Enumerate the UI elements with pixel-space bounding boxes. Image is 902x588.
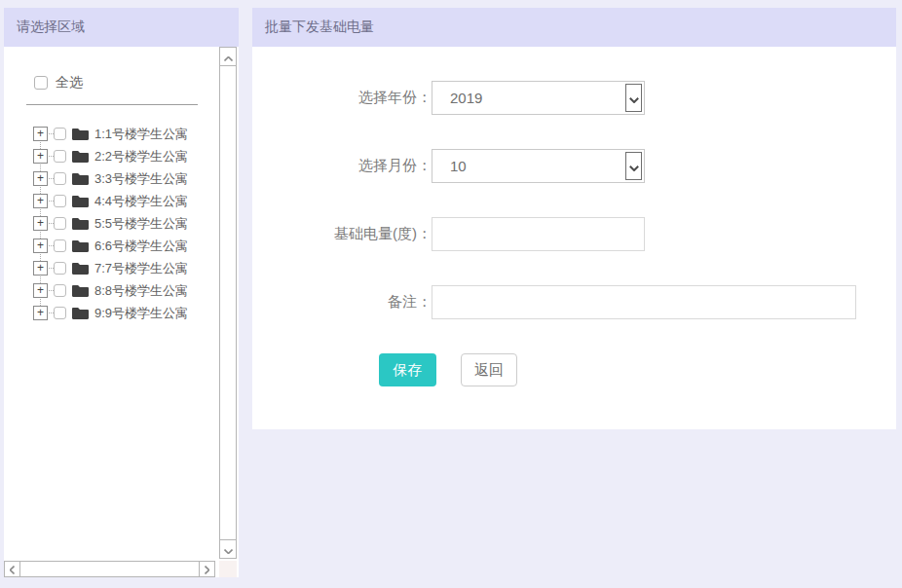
tree-row[interactable]: + 3:3号楼学生公寓 (33, 167, 239, 190)
tree-row[interactable]: + 8:8号楼学生公寓 (33, 279, 239, 302)
month-select[interactable]: 10 (432, 149, 645, 183)
base-power-label: 基础电量(度)： (252, 225, 432, 243)
year-select[interactable]: 2019 (432, 81, 645, 115)
tree-row[interactable]: + 6:6号楼学生公寓 (33, 235, 239, 257)
expand-plus-icon[interactable]: + (33, 216, 48, 231)
horizontal-scroll-track[interactable] (20, 561, 199, 577)
folder-icon (72, 239, 89, 252)
month-row: 选择月份： 10 (252, 149, 896, 183)
chevron-down-icon (629, 158, 639, 175)
tree-item-checkbox[interactable] (54, 262, 66, 275)
tree-separator (26, 104, 198, 105)
tree-item-label[interactable]: 2:2号楼学生公寓 (94, 148, 188, 165)
scrollbar-corner (219, 561, 237, 577)
tree-item-label[interactable]: 6:6号楼学生公寓 (94, 238, 188, 255)
scroll-right-button[interactable] (199, 561, 215, 577)
tree-item-label[interactable]: 1:1号楼学生公寓 (94, 126, 188, 143)
base-power-input[interactable] (432, 217, 645, 251)
tree-item-checkbox[interactable] (54, 172, 66, 185)
tree-item-checkbox[interactable] (54, 217, 66, 230)
tree-item-label[interactable]: 5:5号楼学生公寓 (94, 215, 188, 233)
expand-plus-icon[interactable]: + (33, 127, 48, 141)
scroll-left-button[interactable] (4, 561, 20, 577)
select-all-checkbox[interactable] (34, 76, 48, 90)
tree-row[interactable]: + 4:4号楼学生公寓 (33, 190, 239, 212)
tree-row[interactable]: + 5:5号楼学生公寓 (33, 212, 239, 235)
tree: + 1:1号楼学生公寓 + 2:2号楼学生公寓 (33, 123, 239, 324)
area-panel-title: 请选择区域 (4, 8, 239, 47)
remark-row: 备注： (252, 285, 896, 319)
chevron-left-icon (10, 561, 15, 578)
chevron-up-icon (224, 48, 233, 65)
vertical-scrollbar[interactable] (219, 47, 237, 559)
form-actions: 保存 返回 (379, 353, 896, 386)
tree-item-label[interactable]: 3:3号楼学生公寓 (94, 170, 188, 188)
base-power-row: 基础电量(度)： (252, 217, 896, 251)
expand-plus-icon[interactable]: + (33, 283, 48, 298)
chevron-down-icon (224, 540, 233, 558)
month-select-arrow-button[interactable] (625, 152, 642, 180)
select-all-row[interactable]: 全选 (4, 47, 239, 92)
tree-item-checkbox[interactable] (54, 307, 66, 319)
folder-icon (72, 307, 89, 319)
folder-icon (72, 128, 89, 140)
tree-row[interactable]: + 1:1号楼学生公寓 (33, 123, 239, 145)
area-tree-body: 全选 + 1:1号楼学生公寓 + (4, 47, 239, 577)
folder-icon (72, 172, 89, 185)
year-row: 选择年份： 2019 (252, 81, 896, 115)
save-button[interactable]: 保存 (379, 353, 436, 386)
tree-row[interactable]: + 9:9号楼学生公寓 (33, 302, 239, 324)
month-select-value: 10 (432, 158, 625, 174)
folder-icon (72, 284, 89, 297)
tree-item-checkbox[interactable] (54, 150, 66, 163)
remark-label: 备注： (252, 293, 432, 312)
expand-plus-icon[interactable]: + (33, 261, 48, 276)
expand-plus-icon[interactable]: + (33, 171, 48, 186)
tree-item-label[interactable]: 7:7号楼学生公寓 (94, 260, 188, 277)
scroll-up-button[interactable] (220, 48, 236, 66)
chevron-right-icon (205, 561, 209, 578)
tree-item-label[interactable]: 9:9号楼学生公寓 (94, 305, 188, 322)
tree-item-label[interactable]: 4:4号楼学生公寓 (94, 193, 188, 210)
batch-issue-panel: 批量下发基础电量 选择年份： 2019 选择月份： 10 (252, 8, 896, 429)
area-select-panel: 请选择区域 全选 + 1:1号楼学生公寓 + (4, 8, 239, 577)
year-label: 选择年份： (252, 89, 432, 107)
horizontal-scrollbar[interactable] (4, 561, 215, 577)
folder-icon (72, 217, 89, 230)
tree-row[interactable]: + 2:2号楼学生公寓 (33, 145, 239, 167)
tree-item-checkbox[interactable] (54, 239, 66, 252)
folder-icon (72, 262, 89, 275)
expand-plus-icon[interactable]: + (33, 306, 48, 320)
tree-item-label[interactable]: 8:8号楼学生公寓 (94, 282, 188, 300)
back-button[interactable]: 返回 (461, 353, 517, 386)
year-select-value: 2019 (432, 90, 625, 106)
expand-plus-icon[interactable]: + (33, 194, 48, 208)
folder-icon (72, 150, 89, 163)
tree-item-checkbox[interactable] (54, 284, 66, 297)
year-select-arrow-button[interactable] (625, 84, 642, 112)
chevron-down-icon (629, 90, 639, 107)
tree-item-checkbox[interactable] (54, 128, 66, 140)
folder-icon (72, 195, 89, 207)
remark-input[interactable] (432, 285, 856, 319)
month-label: 选择月份： (252, 157, 432, 175)
scroll-down-button[interactable] (220, 539, 236, 558)
tree-item-checkbox[interactable] (54, 195, 66, 207)
batch-form: 选择年份： 2019 选择月份： 10 (252, 47, 896, 429)
expand-plus-icon[interactable]: + (33, 149, 48, 164)
batch-panel-title: 批量下发基础电量 (252, 8, 896, 47)
tree-row[interactable]: + 7:7号楼学生公寓 (33, 257, 239, 279)
select-all-label: 全选 (56, 74, 83, 92)
expand-plus-icon[interactable]: + (33, 239, 48, 253)
